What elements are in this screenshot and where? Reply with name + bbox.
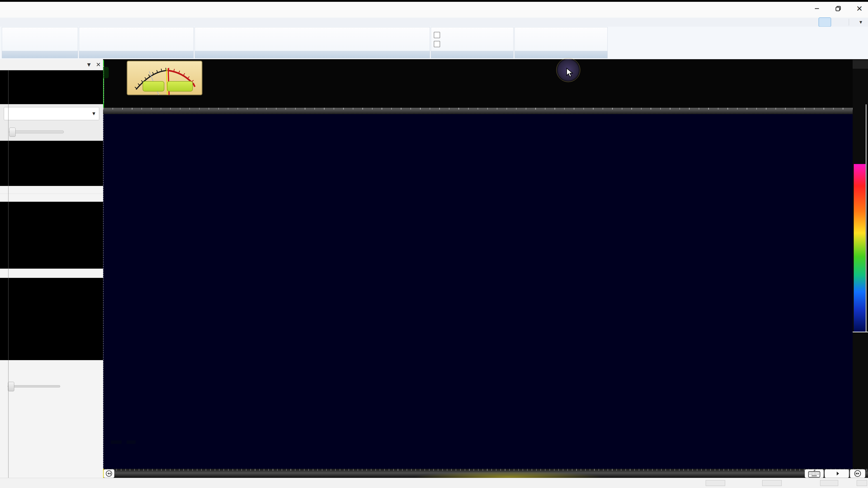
- menu-bar: ▼: [0, 18, 868, 27]
- radio-settings: [0, 360, 103, 478]
- show-in-status-bar-checkbox[interactable]: [434, 32, 440, 38]
- ribbon-group-data-playback: [195, 27, 430, 58]
- group-caption: [2, 51, 78, 58]
- colorbar-range-line: [866, 104, 866, 332]
- level-handle[interactable]: [8, 382, 14, 391]
- panel-splitter[interactable]: [8, 70, 8, 478]
- waterfall-colorbar[interactable]: [852, 59, 868, 469]
- waveform-time-scale: [2, 180, 101, 186]
- s-meter: [127, 61, 203, 95]
- section-if-display[interactable]: [0, 186, 103, 194]
- scroll-right-button[interactable]: [850, 469, 865, 478]
- audio-waveform-panel: [0, 141, 103, 186]
- cpu-bar: [706, 480, 725, 486]
- ribbon-group-audio: [2, 27, 78, 58]
- colorbar-auto-label[interactable]: [852, 60, 868, 69]
- ribbon-group-data-record: [79, 27, 194, 58]
- noise-reduction-buttons: [0, 360, 103, 377]
- menu-right-controls: ▼: [819, 18, 866, 26]
- sdr-console-window: ✕ ▼: [0, 0, 868, 488]
- volume-handle[interactable]: [9, 128, 16, 137]
- rx-number-badge[interactable]: [103, 67, 109, 78]
- group-caption: [79, 51, 193, 58]
- ribbon-toolbar: [0, 27, 868, 60]
- scroll-left-button[interactable]: [103, 469, 114, 478]
- rx-boundary-line: [103, 114, 103, 469]
- waterfall-canvas: [103, 114, 852, 469]
- receive-panel-header: ▼✕: [0, 59, 103, 70]
- zoom-button[interactable]: [825, 469, 849, 478]
- monitor-1-icon[interactable]: [819, 18, 831, 26]
- audio-device-row: ▼: [0, 104, 103, 123]
- minimize-button[interactable]: [812, 4, 822, 13]
- gpu-bar: [762, 480, 782, 486]
- waveform-time-scale: [2, 141, 101, 146]
- status-bar: [0, 478, 868, 488]
- audio-device-select[interactable]: ▼: [4, 107, 99, 120]
- chevron-down-icon: ▼: [91, 111, 96, 117]
- start-automatically-checkbox[interactable]: [434, 41, 440, 47]
- filter-button-grid: [0, 278, 103, 360]
- spectrum-trace: [103, 59, 852, 108]
- close-button[interactable]: ✕: [855, 4, 864, 13]
- title-bar: ✕: [0, 2, 868, 18]
- group-caption: [431, 51, 513, 58]
- app-logo-icon[interactable]: [2, 2, 16, 16]
- group-caption: [195, 51, 430, 58]
- ribbon-group-data-scheduler: [431, 27, 514, 58]
- nr-level-row: [0, 377, 103, 396]
- mouse-cursor: [566, 68, 574, 78]
- date-display: [127, 440, 135, 444]
- audio-bar: [820, 480, 838, 486]
- volume-slider[interactable]: [9, 131, 64, 133]
- audio-waveform: [2, 147, 101, 180]
- spectrum-frequency-scale[interactable]: [103, 108, 852, 114]
- level-slider[interactable]: [8, 385, 60, 387]
- window-controls: ✕: [812, 4, 864, 13]
- mode-button-grid: [0, 202, 103, 269]
- section-mode[interactable]: [0, 194, 103, 202]
- monitor-2-icon[interactable]: [834, 18, 846, 26]
- separator: [849, 19, 849, 26]
- waterfall-frequency-scale[interactable]: [103, 469, 868, 478]
- volume-row: [0, 123, 103, 141]
- clock-overlay: [111, 440, 135, 444]
- style-dropdown-arrow[interactable]: ▼: [859, 20, 863, 25]
- panel-close-icon[interactable]: ✕: [96, 61, 101, 68]
- utc-time: [111, 440, 122, 444]
- section-filter[interactable]: [0, 269, 103, 278]
- panel-dropdown-icon[interactable]: ▼: [86, 61, 92, 68]
- screen-top-strip: [0, 0, 868, 2]
- waterfall-display[interactable]: [103, 114, 852, 469]
- group-caption: [515, 51, 608, 58]
- colorbar-gradient[interactable]: [854, 164, 866, 332]
- spectrum-display[interactable]: [103, 59, 852, 114]
- rx-selection-box[interactable]: [103, 60, 104, 108]
- size-bar: [857, 480, 867, 486]
- window-title: [0, 2, 868, 18]
- colorbar-threshold-line[interactable]: [852, 332, 868, 332]
- keyboard-entry-button[interactable]: [805, 469, 824, 478]
- ribbon-group-video: [515, 27, 608, 58]
- frequency-display[interactable]: [0, 70, 103, 104]
- restore-button[interactable]: [834, 4, 843, 13]
- receive-panel: ▼✕ ▼: [0, 59, 103, 478]
